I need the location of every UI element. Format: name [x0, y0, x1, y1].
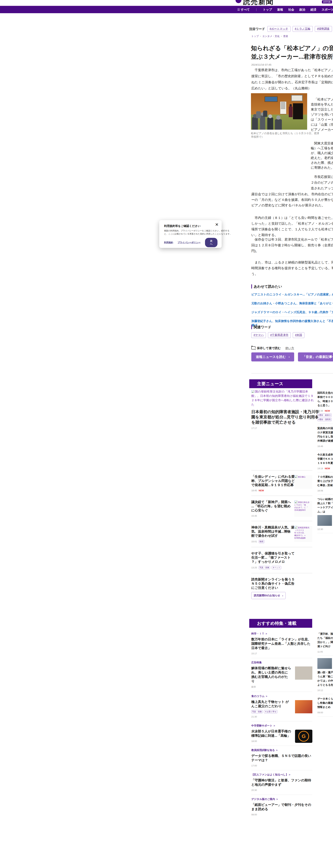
sidebar-item[interactable]: 国民民主党の 単独で３００ ら、時速２０ ると思う」 18:38NEW #選挙・… [318, 389, 333, 424]
timestamp: 12:30 [318, 528, 323, 530]
nav-item[interactable]: スポーツ [322, 8, 333, 12]
text-line: 造技術を学んだ松本 [311, 102, 333, 107]
thumbnail-alt-text: いてみた「漁 [294, 504, 312, 506]
wall-picture-icon [265, 96, 278, 102]
kicker-tag[interactable]: #情勢調査 [315, 26, 332, 32]
related-header: あわせて読みたい [251, 284, 333, 288]
sidebar-item[interactable]: データ本くら し特集の最新 情報まとめ 09:00 [318, 694, 333, 716]
news-tag[interactable]: ＃ペット [272, 566, 281, 569]
news-item[interactable]: 国の登録有形文化財の「滝乃川学園旧本 館」。日本初の知的障害者向け福祉施設で１９… [251, 390, 312, 430]
nav-item[interactable]: 経済 [310, 8, 317, 12]
nav-item[interactable]: 速報 [277, 8, 283, 12]
recommended-group[interactable]: デジタル版のご案内 ＞ 「紙面ビューアー」で朝刊・夕刊をそのまま読める 08:0… [251, 795, 312, 819]
related-link[interactable]: 元歌のお姉さん・小野あつこさん、海保音楽隊と「ありがとうの花」で [251, 299, 333, 308]
kicker-tag[interactable]: #ボートマッチ [267, 26, 291, 32]
category-label[interactable]: 【巨人ファンはよく知るべし】＞ [251, 773, 312, 776]
sidebar-item[interactable]: つらい結婚のた 病ぶ人７割「ハ ートケアアイテ ム」は 12:30 [318, 495, 333, 533]
image-alt-text: 館」。日本初の知的障害者向け福祉施設で１９ [251, 394, 312, 398]
headline-line: 神奈川・真鶴温泉が人気、湯 [251, 525, 293, 529]
recommended-group[interactable]: 広告特集 解体現場の断熱材に魅せられ、美しい土壁の再生に挑む左官職人のものがたり… [251, 658, 312, 692]
latest-music-articles-button[interactable]: 「音楽」の最新記事一覧› [298, 352, 333, 362]
headline-line: データ本くら [318, 696, 333, 701]
terms-link[interactable]: 利用規約 [164, 241, 173, 244]
save-for-later-button[interactable]: 保存して後で読む [251, 346, 281, 350]
thumbnail-alt-text: 真鶴温泉観光 [298, 527, 309, 529]
ad-placeholder [251, 173, 308, 191]
related-link[interactable]: ピアニストのニコライ・ルガンスキー...「ピアノの思索家」が奏でる豊 [251, 290, 333, 299]
recommended-group[interactable]: 教員採用試験を知る ＞ データで探る教職、ＳＮＳで話題の長いテーマは？ 17:0… [251, 746, 312, 770]
related-link[interactable]: ジャズドラマーのロイ・ヘインズ氏死去、９９歳...代表作「アウト・オ [251, 308, 333, 317]
breaking-news-button[interactable]: 速報ニュースを読む› [251, 352, 294, 362]
next-button[interactable]: 次へ [205, 238, 218, 247]
nav-all-label: すべて [241, 8, 250, 11]
nav-item[interactable]: 政治 [299, 8, 305, 12]
news-tag[interactable]: #選挙・維新の [318, 413, 332, 417]
news-item[interactable]: 議決経て「新神戸」開業へ ...「明石の海」を望む眺め に心安らぐ 満員の海を歩… [251, 500, 312, 517]
category-label[interactable]: 広告特集 [251, 661, 312, 664]
dialog-body-line: 最新の利用規約、プライバシーポリシーをご確認ください。続行する [164, 229, 217, 232]
news-tag[interactable]: ＃お取り寄せ [264, 710, 277, 713]
notice-item[interactable]: 読売新聞オンラインを装う５ Ｎ５０系の偽サイト・偽広告 にご注意ください 読売新… [251, 578, 312, 599]
news-item[interactable]: やす子、保護猫を引き取って 生活一変...「猫ファースト ？」すっかりメロメロ … [251, 551, 312, 569]
category-label[interactable]: 科学・ＩＴ ＞ [251, 632, 312, 636]
news-tag[interactable]: 写真・画像 [251, 710, 263, 713]
howto-link[interactable]: 使い方 [285, 346, 294, 350]
news-item[interactable]: 「生保レディー」に代わる愛 称、プルデンシャル問題など で発表延期...９１９１… [251, 475, 312, 492]
category-label[interactable]: デジタル版のご案内 ＞ [251, 798, 312, 801]
newspaper-delivery-badge[interactable]: 新聞宅配 [322, 0, 332, 3]
category-label[interactable]: 中学受験サポート ＞ [251, 724, 312, 727]
headline-line: うん家「動こ [318, 675, 333, 679]
text-line: は「スウィートな音 [311, 117, 333, 122]
article-title: 知られざる「松本ピアノ」の音色、明治期に山葉・西川と 並ぶ３大メーカー...君津… [251, 44, 333, 61]
recommended-group[interactable]: 科学・ＩＴ ＞ 数万年前の日本に「ライオン」が生息、国際研究チーム発表...「人… [251, 629, 312, 658]
category-label[interactable]: 教員採用試験を知る ＞ [251, 749, 312, 752]
text-line: 造されたアップライ [311, 185, 333, 191]
recommended-group[interactable]: 【巨人ファンはよく知るべし】＞ 「守護神が復活」と歓喜、ファンの期待と地元の声援… [251, 770, 312, 795]
keyword-tag[interactable]: #千葉県君津市 [268, 332, 291, 338]
recommended-group[interactable]: 中学受験サポート ＞ 水泳部５人が日本選手権の標準記録に到達...「高輪」 G … [251, 721, 312, 746]
headline-line: かては」の中 [318, 679, 333, 683]
sidebar-item[interactable]: 「漢字林、孫 たち「福祉の 活かり」」関 連トピ向け 11:05 [318, 629, 333, 656]
recommended-group[interactable]: 食のコラム ＞ 極上真丸と干物セット がんこ親父のこだわり 写真・画像 ＃お取り… [251, 692, 312, 721]
nav-item[interactable]: トップ [263, 8, 272, 12]
sidebar-item[interactable]: 濃い顔・瀬戸 うん家「動こ かては」の中 よりともる先 10:12 [318, 656, 333, 694]
group-headline: 極上真丸と干物セット がんこ親父のこだわり [251, 700, 291, 708]
thumbnail-alt-text: 満員の海を歩 [298, 501, 309, 503]
sidebar-item[interactable]: ７０代運転の 乗り上げ女子 む事故...茨城 16:06 [318, 472, 333, 495]
breadcrumb-section[interactable]: エンタメ・文化 [262, 35, 279, 37]
headline-line: 濃い顔・瀬戸 [318, 670, 333, 675]
sidebar-item[interactable]: 貿易商の中国 ロナ家賃支援 円をだまし取 外事課が逮捕 16:46 [318, 424, 333, 450]
nav-item[interactable]: 社会 [288, 8, 294, 12]
yomiuri-id-notice-button[interactable]: 読売新聞IDのお知らせ› [251, 592, 286, 599]
yomiuri-logo-mark-icon [236, 0, 241, 3]
headline-line: 単独で３００ [318, 395, 333, 399]
close-icon[interactable]: ✕ [215, 222, 219, 227]
kicker-tag[interactable]: #ミラノ五輪 [293, 26, 313, 32]
sidebar-item[interactable]: 今久留主成幸 学園でＫＫコ １９８５年夏 19:18NEW [318, 450, 333, 472]
privacy-link[interactable]: プライバシーポリシー [177, 241, 200, 244]
recommended-header: おすすめ特集・連載 [249, 619, 312, 628]
breadcrumb-page[interactable]: 音楽 [283, 35, 288, 37]
keyword-tag[interactable]: #米国 [293, 332, 304, 338]
wall-frame-icon [291, 95, 303, 101]
news-tag[interactable]: 動画 [259, 540, 264, 543]
keyword-tag[interactable]: #ヤマハ [251, 332, 266, 338]
breadcrumb: トップ›エンタメ・文化›音楽 [251, 35, 288, 38]
timestamp: 17:00 [251, 764, 257, 767]
brand-logo[interactable]: 読売新聞 [243, 0, 274, 6]
news-item[interactable]: 神奈川・真鶴温泉が人気、湯 気、温泉時間は半減...博物 館で湯合わせ試す 真鶴… [251, 525, 312, 543]
group-headline: 水泳部５人が日本選手権の標準記録に到達...「高輪」 [251, 729, 291, 738]
group-headline: 「紙面ビューアー」で朝刊・夕刊をそのまま読める [251, 803, 312, 811]
news-tag[interactable]: 写真・画像 [259, 566, 270, 569]
item-divider [251, 521, 312, 521]
news-thumbnail: 東京都心 [294, 475, 312, 489]
category-label[interactable]: 食のコラム ＞ [251, 694, 312, 698]
headline-line: やす子、保護猫を引き取って [251, 551, 312, 556]
article-date: 2024/11/16 07:45 [251, 63, 271, 66]
article-paragraph: 保存会では年３回、君津市民文化ホールで「松本ピアノコンサー回は１２月８日午後２時… [251, 237, 333, 254]
timestamp: 16:06 [318, 489, 323, 492]
news-tag[interactable]: #選挙・国民民 [318, 418, 332, 421]
nav-all-menu[interactable]: ☰ すべて [237, 8, 250, 12]
breadcrumb-home[interactable]: トップ [251, 35, 259, 37]
item-divider [251, 547, 312, 547]
